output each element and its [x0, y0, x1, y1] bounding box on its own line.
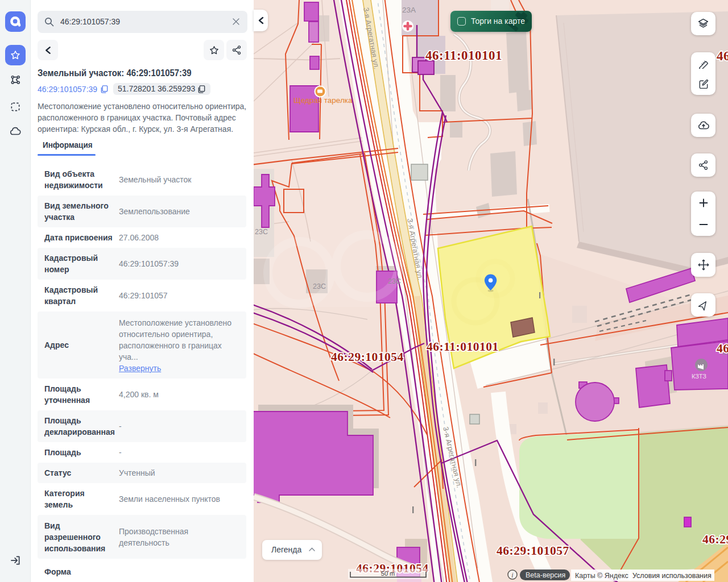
svg-text:46:29:10: 46:29:10 [702, 533, 728, 546]
svg-text:КЗТЗ: КЗТЗ [692, 373, 706, 380]
svg-text:Beta-версия: Beta-версия [526, 571, 565, 579]
svg-text:46:29:101054: 46:29:101054 [331, 350, 404, 364]
svg-text:46:11:010101: 46:11:010101 [427, 340, 499, 354]
svg-text:23С: 23С [313, 282, 326, 290]
svg-text:Карты © Яндекс: Карты © Яндекс [575, 572, 628, 580]
svg-text:Щедрая тарелка: Щедрая тарелка [293, 96, 353, 105]
svg-text:23С: 23С [255, 228, 268, 236]
svg-text:23А: 23А [402, 6, 416, 14]
svg-text:46:29:101057: 46:29:101057 [497, 544, 569, 558]
svg-text:i: i [511, 571, 513, 579]
svg-text:46:11:010101: 46:11:010101 [425, 48, 502, 63]
svg-text:50 m: 50 m [381, 570, 395, 577]
svg-text:Условия использования: Условия использования [632, 572, 712, 580]
svg-text:46:29:1: 46:29:1 [717, 342, 728, 355]
svg-text:46:29:1: 46:29:1 [717, 49, 728, 63]
svg-text:23С: 23С [388, 277, 401, 285]
